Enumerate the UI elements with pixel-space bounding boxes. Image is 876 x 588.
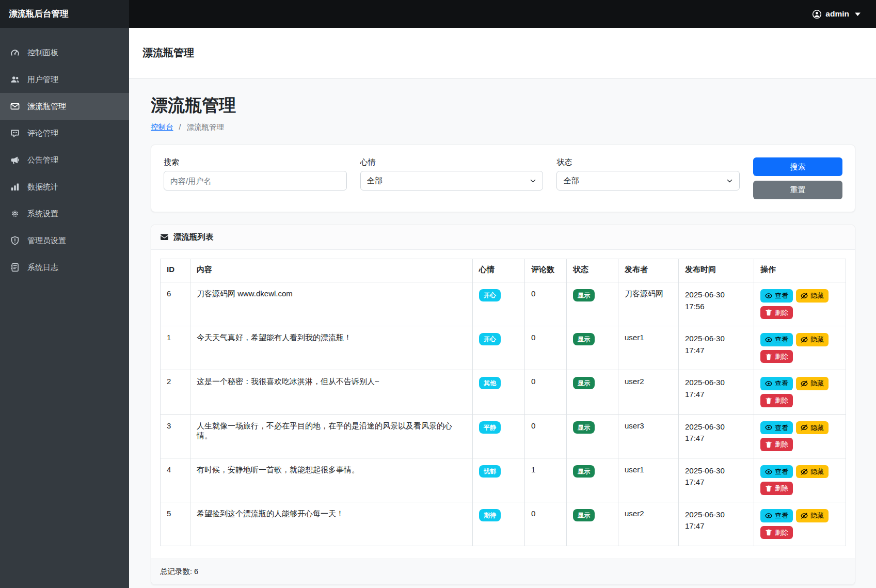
cell-comments: 0 [525,370,567,414]
cell-publish-time: 2025-06-30 17:47 [679,414,754,458]
sidebar-item-admin-settings[interactable]: 管理员设置 [0,227,129,254]
search-input[interactable] [164,171,347,190]
delete-button[interactable]: 删除 [760,306,793,320]
view-button[interactable]: 查看 [760,509,793,522]
delete-button[interactable]: 删除 [760,482,793,495]
column-header-7: 操作 [754,259,846,282]
mood-badge: 开心 [479,333,501,345]
cell-comments: 0 [525,326,567,370]
envelope-fill-icon [160,233,169,242]
search-button[interactable]: 搜索 [753,157,842,176]
eye-slash-icon [801,292,808,299]
sidebar-item-system-settings[interactable]: 系统设置 [0,200,129,227]
status-select[interactable]: 全部 [556,171,740,190]
reset-button[interactable]: 重置 [753,181,842,199]
trash-icon [765,529,772,536]
hide-button[interactable]: 隐藏 [796,421,829,435]
cell-id: 1 [161,326,190,370]
cell-status: 显示 [567,414,618,458]
hide-button[interactable]: 隐藏 [796,333,829,346]
status-badge: 显示 [573,509,595,521]
sidebar-item-statistics[interactable]: 数据统计 [0,173,129,200]
status-badge: 显示 [573,421,595,434]
page-title: 漂流瓶管理 [151,94,855,117]
cell-mood: 开心 [473,326,525,370]
eye-icon [765,512,772,519]
table-row: 6 刀客源码网 www.dkewl.com 开心 0 显示 刀客源码网 2025… [161,282,846,326]
cell-status: 显示 [567,370,618,414]
mood-select[interactable]: 全部 [360,171,544,190]
cell-publish-time: 2025-06-30 17:47 [679,326,754,370]
bottle-list-title: 漂流瓶列表 [173,232,214,243]
status-select-value: 全部 [563,176,579,186]
cell-publish-time: 2025-06-30 17:56 [679,282,754,326]
cell-id: 4 [161,458,190,502]
breadcrumb-current: 漂流瓶管理 [187,123,225,131]
delete-button[interactable]: 删除 [760,526,793,539]
journal-icon [10,263,20,272]
breadcrumb: 控制台 / 漂流瓶管理 [151,122,855,132]
cell-mood: 其他 [473,370,525,414]
bottle-list-header: 漂流瓶列表 [151,225,855,250]
hide-button[interactable]: 隐藏 [796,465,829,479]
cell-mood: 开心 [473,282,525,326]
sidebar-item-dashboard[interactable]: 控制面板 [0,39,129,66]
hide-button[interactable]: 隐藏 [796,289,829,303]
admin-menu[interactable]: admin [812,9,876,19]
sidebar-item-system-logs[interactable]: 系统日志 [0,254,129,281]
cell-id: 6 [161,282,190,326]
mood-select-value: 全部 [367,176,383,186]
sidebar-item-comments[interactable]: 评论管理 [0,120,129,147]
delete-button[interactable]: 删除 [760,394,793,407]
sidebar-item-bottles[interactable]: 漂流瓶管理 [0,93,129,120]
chevron-down-icon [530,178,536,184]
view-button[interactable]: 查看 [760,289,793,303]
eye-icon [765,336,772,343]
cell-actions: 查看 隐藏 删除 [754,370,846,414]
hide-button[interactable]: 隐藏 [796,509,829,522]
envelope-icon [10,102,20,111]
cell-mood: 平静 [473,414,525,458]
column-header-2: 心情 [473,259,525,282]
eye-slash-icon [801,380,808,387]
view-button[interactable]: 查看 [760,421,793,435]
cell-publisher: 刀客源码网 [618,282,679,326]
content-area: 漂流瓶管理 控制台 / 漂流瓶管理 搜索 心情 全部 [129,78,876,588]
people-icon [10,75,20,84]
sidebar-item-users[interactable]: 用户管理 [0,66,129,93]
column-header-5: 发布者 [618,259,679,282]
table-row: 1 今天天气真好，希望能有人看到我的漂流瓶！ 开心 0 显示 user1 202… [161,326,846,370]
breadcrumb-link-console[interactable]: 控制台 [151,123,173,131]
bottle-list-panel: 漂流瓶列表 ID内容心情评论数状态发布者发布时间操作 6 刀客源码网 www.d… [151,225,855,585]
breadcrumb-separator: / [179,123,181,131]
cell-publisher: user3 [618,414,679,458]
hide-button[interactable]: 隐藏 [796,377,829,390]
status-badge: 显示 [573,465,595,478]
view-button[interactable]: 查看 [760,377,793,390]
view-button[interactable]: 查看 [760,465,793,479]
topbar: 漂流瓶后台管理 admin [0,0,876,28]
cell-comments: 0 [525,414,567,458]
delete-button[interactable]: 删除 [760,438,793,451]
cell-content: 人生就像一场旅行，不必在乎目的地，在乎的是沿途的风景以及看风景的心情。 [190,414,473,458]
cell-status: 显示 [567,458,618,502]
cell-publish-time: 2025-06-30 17:47 [679,458,754,502]
delete-button[interactable]: 删除 [760,350,793,363]
cell-publisher: user2 [618,370,679,414]
table-row: 2 这是一个秘密：我很喜欢吃冰淇淋，但从不告诉别人~ 其他 0 显示 user2… [161,370,846,414]
column-header-0: ID [161,259,190,282]
view-button[interactable]: 查看 [760,333,793,346]
cell-publisher: user2 [618,502,679,546]
eye-icon [765,424,772,431]
status-badge: 显示 [573,289,595,301]
eye-slash-icon [801,424,808,431]
cell-actions: 查看 隐藏 删除 [754,414,846,458]
chat-icon [10,129,20,138]
trash-icon [765,441,772,448]
caret-down-icon [853,9,863,19]
sidebar-item-announcements[interactable]: 公告管理 [0,147,129,173]
cell-content: 有时候，安静地听一首歌，就能想起很多事情。 [190,458,473,502]
column-header-1: 内容 [190,259,473,282]
trash-icon [765,397,772,404]
cell-content: 刀客源码网 www.dkewl.com [190,282,473,326]
